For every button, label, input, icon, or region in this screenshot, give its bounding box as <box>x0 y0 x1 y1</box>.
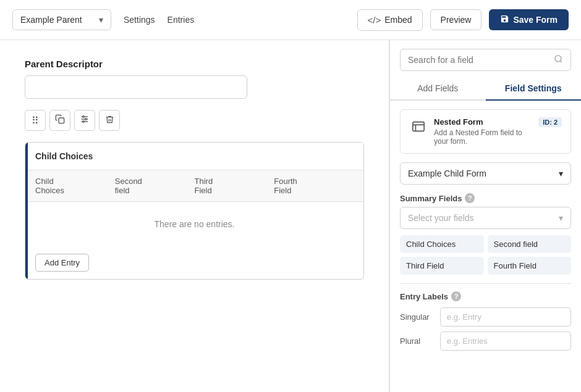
nav-links: Settings Entries <box>124 15 194 25</box>
embed-code-icon: </> <box>368 15 381 25</box>
col-fourth-field: FourthField <box>274 177 354 195</box>
parent-select-label: Example Parent <box>20 15 82 25</box>
svg-point-5 <box>85 119 87 120</box>
delete-button[interactable] <box>99 110 120 131</box>
search-input[interactable] <box>408 55 549 65</box>
entry-labels-section: Entry Labels ? Singular Plural <box>400 283 571 351</box>
plural-label-key: Plural <box>400 336 434 346</box>
table-header: ChildChoices Secondfield ThirdField Four… <box>25 170 363 202</box>
field-tag-fourth-field[interactable]: Fourth Field <box>488 257 572 275</box>
table-empty-message: There are no entries. <box>25 202 363 246</box>
field-settings-content: Nested Form Add a Nested Form field to y… <box>390 101 581 364</box>
svg-rect-0 <box>59 118 64 123</box>
nested-form-text: Nested Form Add a Nested Form field to y… <box>434 117 532 146</box>
singular-input[interactable] <box>440 307 571 327</box>
form-select-wrapper: Example Child Form ▾ <box>400 162 571 185</box>
tab-field-settings[interactable]: Field Settings <box>486 77 582 101</box>
drag-icon: ⠿ <box>32 115 39 127</box>
svg-point-4 <box>83 116 85 118</box>
chevron-down-icon-form: ▾ <box>559 169 563 178</box>
form-select-dropdown[interactable]: Example Child Form ▾ <box>400 162 571 185</box>
search-icon <box>554 54 563 65</box>
singular-label-key: Singular <box>400 312 434 322</box>
save-icon <box>500 14 509 25</box>
child-choices-header: Child Choices <box>25 143 363 170</box>
embed-button[interactable]: </> Embed <box>357 9 423 31</box>
blue-accent-bar <box>25 143 28 279</box>
summary-fields-label: Summary Fields ? <box>400 193 571 203</box>
nav-settings[interactable]: Settings <box>124 15 155 25</box>
copy-icon <box>55 114 65 127</box>
chevron-down-icon-fields: ▾ <box>559 213 563 223</box>
parent-descriptor-label: Parent Descriptor <box>25 59 364 69</box>
field-tag-third-field[interactable]: Third Field <box>400 257 484 275</box>
parent-descriptor-input[interactable] <box>25 75 247 99</box>
svg-point-7 <box>555 56 561 62</box>
main-layout: Parent Descriptor ⠿ <box>0 40 581 392</box>
sliders-icon <box>80 114 90 127</box>
nested-form-info: Nested Form Add a Nested Form field to y… <box>400 109 571 154</box>
svg-line-8 <box>560 60 562 62</box>
field-tags-grid: Child Choices Second field Third Field F… <box>400 235 571 275</box>
settings-button[interactable] <box>74 110 95 131</box>
entry-labels-help-icon[interactable]: ? <box>451 291 461 301</box>
preview-button[interactable]: Preview <box>430 9 482 30</box>
form-select-value: Example Child Form <box>408 169 486 178</box>
nested-form-id-badge: ID: 2 <box>538 117 562 127</box>
search-bar-wrapper <box>390 40 581 77</box>
plural-input[interactable] <box>440 332 571 351</box>
trash-icon <box>105 115 114 127</box>
parent-select[interactable]: Example Parent ▾ <box>12 9 111 30</box>
fields-select-dropdown[interactable]: Select your fields ▾ <box>400 207 571 229</box>
svg-rect-9 <box>413 122 424 131</box>
chevron-down-icon: ▾ <box>99 15 103 25</box>
nav-entries[interactable]: Entries <box>168 15 195 25</box>
tab-add-fields[interactable]: Add Fields <box>390 77 486 101</box>
top-bar: Example Parent ▾ Settings Entries </> Em… <box>0 0 581 40</box>
nested-form-desc: Add a Nested Form field to your form. <box>434 128 532 146</box>
entry-labels-title: Entry Labels ? <box>400 291 571 301</box>
right-panel: Add Fields Field Settings Nested Form Ad… <box>389 40 581 392</box>
save-form-button[interactable]: Save Form <box>489 9 569 30</box>
col-third-field: ThirdField <box>195 177 274 195</box>
col-child-choices: ChildChoices <box>35 177 115 195</box>
summary-fields-help-icon[interactable]: ? <box>465 193 475 203</box>
nested-form-icon <box>409 117 428 136</box>
tab-bar: Add Fields Field Settings <box>390 77 581 101</box>
left-panel: Parent Descriptor ⠿ <box>0 40 389 392</box>
search-bar <box>400 49 571 71</box>
child-choices-section: Child Choices ChildChoices Secondfield T… <box>25 142 364 280</box>
drag-handle-button[interactable]: ⠿ <box>25 110 46 131</box>
nested-form-title: Nested Form <box>434 117 532 127</box>
plural-label-row: Plural <box>400 332 571 351</box>
svg-point-6 <box>83 121 85 123</box>
field-tag-child-choices[interactable]: Child Choices <box>400 235 484 253</box>
field-toolbar: ⠿ <box>25 110 364 131</box>
fields-select-placeholder: Select your fields <box>408 213 474 223</box>
col-second-field: Secondfield <box>115 177 195 195</box>
duplicate-button[interactable] <box>49 110 70 131</box>
field-tag-second-field[interactable]: Second field <box>488 235 572 253</box>
add-entry-button[interactable]: Add Entry <box>35 254 89 272</box>
singular-label-row: Singular <box>400 307 571 327</box>
